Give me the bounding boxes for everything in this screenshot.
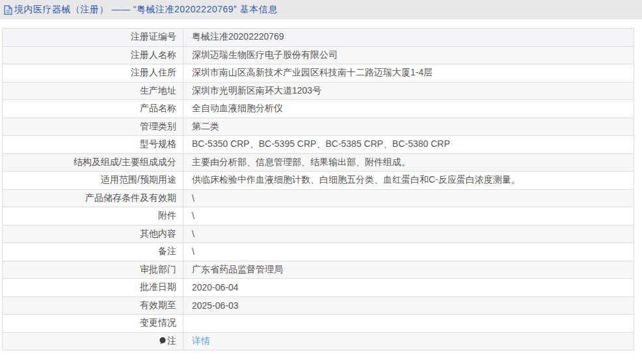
row-label-text: 审批部门 bbox=[140, 264, 176, 274]
row-value: 深圳市南山区高新技术产业园区科技南十二路迈瑞大厦1-4层 bbox=[183, 64, 634, 83]
row-label: 管理类别 bbox=[3, 118, 183, 136]
table-row: 注详情 bbox=[3, 332, 634, 350]
table-row: 适用范围/预期用途供临床检验中作血液细胞计数、白细胞五分类、血红蛋白和C-反应蛋… bbox=[3, 172, 634, 190]
table-row: 型号规格BC-5350 CRP、BC-5395 CRP、BC-5385 CRP、… bbox=[3, 136, 634, 154]
row-value: 2025-06-03 bbox=[183, 296, 634, 315]
table-row: 结构及组成/主要组成成分主要由分析部、信息管理部、结果输出部、附件组成。 bbox=[3, 153, 634, 172]
row-label-text: 注册人名称 bbox=[131, 49, 176, 60]
row-value: BC-5350 CRP、BC-5395 CRP、BC-5385 CRP、BC-5… bbox=[183, 136, 634, 154]
row-label-text: 其他内容 bbox=[140, 228, 176, 239]
document-icon bbox=[4, 5, 12, 15]
row-label-text: 批准日期 bbox=[140, 281, 176, 292]
table-row: 有效期至2025-06-03 bbox=[3, 296, 634, 315]
row-value: 广东省药品监督管理局 bbox=[183, 261, 634, 279]
row-value: 第二类 bbox=[183, 118, 634, 136]
row-value-text: 2020-06-04 bbox=[192, 282, 239, 292]
row-label-text: 型号规格 bbox=[140, 138, 176, 149]
row-value: \ bbox=[183, 189, 634, 207]
row-label-text: 注 bbox=[167, 335, 176, 346]
row-label-text: 生产地址 bbox=[140, 85, 176, 96]
row-value: 深圳市光明新区南环大道1203号 bbox=[183, 82, 634, 100]
row-label-text: 备注 bbox=[158, 246, 176, 256]
row-label: 产品储存条件及有效期 bbox=[3, 189, 183, 207]
table-row: 产品储存条件及有效期\ bbox=[3, 189, 634, 207]
row-label: 生产地址 bbox=[3, 82, 183, 100]
row-value-text: \ bbox=[192, 211, 194, 221]
row-label-text: 注册证编号 bbox=[131, 31, 176, 42]
row-label: 备注 bbox=[3, 243, 183, 261]
row-value: 全自动血液细胞分析仪 bbox=[183, 100, 634, 118]
table-row: 注册人名称深圳迈瑞生物医疗电子股份有限公司 bbox=[3, 46, 634, 64]
details-link[interactable]: 详情 bbox=[192, 335, 210, 346]
row-label-text: 注册人住所 bbox=[131, 67, 176, 77]
table-row: 管理类别第二类 bbox=[3, 118, 634, 136]
table-row: 附件\ bbox=[3, 207, 634, 226]
table-row: 审批部门广东省药品监督管理局 bbox=[3, 261, 634, 279]
row-value-text: 广东省药品监督管理局 bbox=[192, 264, 283, 274]
row-label-text: 变更情况 bbox=[140, 317, 176, 328]
table-row: 生产地址深圳市光明新区南环大道1203号 bbox=[3, 82, 634, 100]
row-label: 注册人名称 bbox=[3, 46, 183, 64]
table-row: 注册证编号粤械注准20202220769 bbox=[3, 29, 634, 47]
row-value: 2020-06-04 bbox=[183, 279, 634, 297]
row-value-text: \ bbox=[192, 229, 194, 239]
table-row: 备注\ bbox=[3, 243, 634, 261]
row-value: \ bbox=[183, 243, 634, 261]
row-value: 深圳迈瑞生物医疗电子股份有限公司 bbox=[183, 46, 634, 64]
row-label: 附件 bbox=[3, 207, 183, 226]
table-row: 产品名称全自动血液细胞分析仪 bbox=[3, 100, 634, 118]
row-value: \ bbox=[183, 207, 634, 226]
table-row: 变更情况 bbox=[3, 315, 634, 333]
page-title-text: 境内医疗器械（注册） —— “粤械注准20202220769” 基本信息 bbox=[14, 4, 278, 16]
row-label-text: 有效期至 bbox=[140, 300, 176, 310]
row-value-text: \ bbox=[192, 246, 194, 257]
row-value bbox=[183, 315, 634, 333]
row-value-text: 深圳迈瑞生物医疗电子股份有限公司 bbox=[192, 49, 338, 60]
row-label: 有效期至 bbox=[3, 296, 183, 315]
row-label-text: 产品名称 bbox=[140, 103, 176, 113]
row-label-text: 管理类别 bbox=[140, 121, 176, 131]
note-icon bbox=[159, 337, 167, 344]
row-value: 主要由分析部、信息管理部、结果输出部、附件组成。 bbox=[183, 153, 634, 172]
row-value-text: BC-5350 CRP、BC-5395 CRP、BC-5385 CRP、BC-5… bbox=[192, 138, 450, 149]
row-label: 其他内容 bbox=[3, 225, 183, 243]
row-value-text: 深圳市南山区高新技术产业园区科技南十二路迈瑞大厦1-4层 bbox=[192, 67, 433, 77]
row-label-text: 适用范围/预期用途 bbox=[101, 174, 176, 185]
row-label: 变更情况 bbox=[3, 315, 183, 333]
row-value-text: 全自动血液细胞分析仪 bbox=[192, 103, 283, 113]
row-label: 型号规格 bbox=[3, 136, 183, 154]
row-value: \ bbox=[183, 225, 634, 243]
row-label: 结构及组成/主要组成成分 bbox=[3, 153, 183, 172]
row-label: 审批部门 bbox=[3, 261, 183, 279]
page-title: 境内医疗器械（注册） —— “粤械注准20202220769” 基本信息 bbox=[4, 4, 278, 16]
row-value-text: 2025-06-03 bbox=[192, 300, 239, 311]
row-label-text: 结构及组成/主要组成成分 bbox=[74, 157, 176, 167]
row-value-text: 主要由分析部、信息管理部、结果输出部、附件组成。 bbox=[192, 157, 410, 167]
row-label-text: 附件 bbox=[158, 210, 176, 220]
row-value-text: 深圳市光明新区南环大道1203号 bbox=[192, 85, 321, 96]
row-label: 适用范围/预期用途 bbox=[3, 172, 183, 190]
registration-info-table: 注册证编号粤械注准20202220769注册人名称深圳迈瑞生物医疗电子股份有限公… bbox=[2, 28, 634, 350]
page-header: 境内医疗器械（注册） —— “粤械注准20202220769” 基本信息 bbox=[0, 0, 642, 20]
row-label: 产品名称 bbox=[3, 100, 183, 118]
row-value-text: 第二类 bbox=[192, 121, 219, 131]
row-value-text: 供临床检验中作血液细胞计数、白细胞五分类、血红蛋白和C-反应蛋白浓度测量。 bbox=[192, 174, 520, 185]
table-row: 其他内容\ bbox=[3, 225, 634, 243]
row-value-text: \ bbox=[192, 193, 194, 203]
row-value: 供临床检验中作血液细胞计数、白细胞五分类、血红蛋白和C-反应蛋白浓度测量。 bbox=[183, 172, 634, 190]
table-row: 批准日期2020-06-04 bbox=[3, 279, 634, 297]
row-label: 注册人住所 bbox=[3, 64, 183, 83]
table-row: 注册人住所深圳市南山区高新技术产业园区科技南十二路迈瑞大厦1-4层 bbox=[3, 64, 634, 83]
row-label-text: 产品储存条件及有效期 bbox=[85, 192, 176, 203]
row-label: 注册证编号 bbox=[3, 29, 183, 47]
row-label: 注 bbox=[3, 332, 183, 350]
row-value-text: 粤械注准20202220769 bbox=[192, 31, 284, 42]
row-value: 粤械注准20202220769 bbox=[183, 29, 634, 47]
row-label: 批准日期 bbox=[3, 279, 183, 297]
row-value: 详情 bbox=[183, 332, 634, 350]
